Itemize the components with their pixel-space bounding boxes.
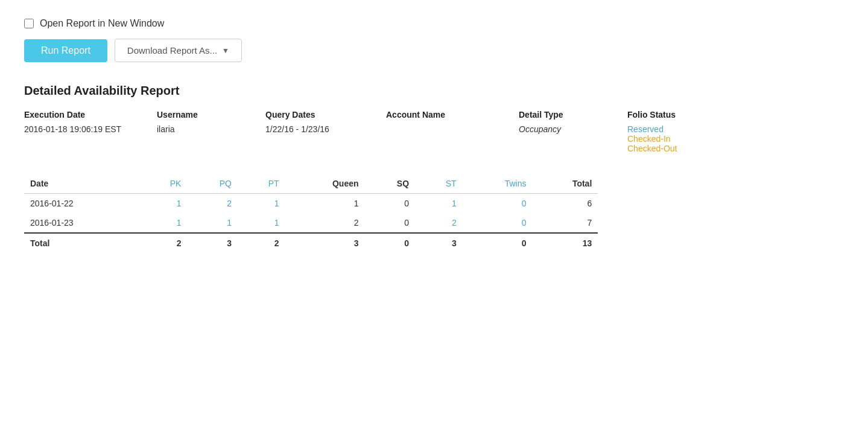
col-header-pk: PK bbox=[139, 174, 187, 194]
totals-st: 3 bbox=[415, 233, 463, 253]
col-header-total: Total bbox=[532, 174, 598, 194]
detail-type-value: Occupancy bbox=[519, 124, 627, 156]
totals-pq: 3 bbox=[187, 233, 238, 253]
col-header-pt: PT bbox=[238, 174, 285, 194]
folio-status-values: Reserved Checked-In Checked-Out bbox=[627, 124, 844, 156]
row1-pk: 1 bbox=[139, 194, 187, 214]
folio-status-checkedin: Checked-In bbox=[627, 134, 844, 144]
username-header: Username bbox=[157, 110, 265, 124]
col-header-date: Date bbox=[24, 174, 139, 194]
download-report-button[interactable]: Download Report As... ▼ bbox=[115, 39, 242, 62]
row1-date: 2016-01-22 bbox=[24, 194, 139, 214]
detail-type-header: Detail Type bbox=[519, 110, 627, 124]
col-header-queen: Queen bbox=[285, 174, 365, 194]
totals-sq: 0 bbox=[365, 233, 416, 253]
row1-queen: 1 bbox=[285, 194, 365, 214]
folio-status-reserved: Reserved bbox=[627, 124, 844, 134]
col-header-sq: SQ bbox=[365, 174, 416, 194]
download-arrow-icon: ▼ bbox=[222, 46, 229, 55]
folio-status-checkedout: Checked-Out bbox=[627, 144, 844, 153]
row2-total: 7 bbox=[532, 213, 598, 233]
open-new-window-checkbox[interactable] bbox=[24, 19, 34, 28]
row1-pt: 1 bbox=[238, 194, 285, 214]
checkbox-row: Open Report in New Window bbox=[24, 18, 844, 29]
account-name-header: Account Name bbox=[386, 110, 519, 124]
report-section: Detailed Availability Report Execution D… bbox=[24, 84, 844, 253]
download-report-label: Download Report As... bbox=[127, 45, 217, 56]
col-header-pq: PQ bbox=[187, 174, 238, 194]
col-header-st: ST bbox=[415, 174, 463, 194]
table-row: 2016-01-22 1 2 1 1 0 1 0 6 bbox=[24, 194, 598, 214]
row2-pt: 1 bbox=[238, 213, 285, 233]
row1-pq: 2 bbox=[187, 194, 238, 214]
totals-label: Total bbox=[24, 233, 139, 253]
row2-pq: 1 bbox=[187, 213, 238, 233]
query-dates-header: Query Dates bbox=[265, 110, 386, 124]
table-row: 2016-01-23 1 1 1 2 0 2 0 7 bbox=[24, 213, 598, 233]
open-new-window-label: Open Report in New Window bbox=[40, 18, 164, 29]
report-title: Detailed Availability Report bbox=[24, 84, 844, 98]
exec-date-header: Execution Date bbox=[24, 110, 157, 124]
col-header-twins: Twins bbox=[463, 174, 533, 194]
totals-queen: 3 bbox=[285, 233, 365, 253]
top-controls: Open Report in New Window Run Report Dow… bbox=[24, 18, 844, 62]
row2-pk: 1 bbox=[139, 213, 187, 233]
row2-twins: 0 bbox=[463, 213, 533, 233]
row2-st: 2 bbox=[415, 213, 463, 233]
row2-queen: 2 bbox=[285, 213, 365, 233]
row2-sq: 0 bbox=[365, 213, 416, 233]
row1-total: 6 bbox=[532, 194, 598, 214]
row2-date: 2016-01-23 bbox=[24, 213, 139, 233]
totals-pk: 2 bbox=[139, 233, 187, 253]
username-value: ilaria bbox=[157, 124, 265, 156]
folio-status-header: Folio Status bbox=[627, 110, 844, 124]
run-report-button[interactable]: Run Report bbox=[24, 39, 107, 62]
query-dates-value: 1/22/16 - 1/23/16 bbox=[265, 124, 386, 156]
row1-twins: 0 bbox=[463, 194, 533, 214]
totals-total: 13 bbox=[532, 233, 598, 253]
totals-twins: 0 bbox=[463, 233, 533, 253]
exec-date-value: 2016-01-18 19:06:19 EST bbox=[24, 124, 157, 156]
meta-table: Execution Date Username Query Dates Acco… bbox=[24, 110, 844, 156]
row1-sq: 0 bbox=[365, 194, 416, 214]
totals-pt: 2 bbox=[238, 233, 285, 253]
account-name-value bbox=[386, 124, 519, 156]
row1-st: 1 bbox=[415, 194, 463, 214]
totals-row: Total 2 3 2 3 0 3 0 13 bbox=[24, 233, 598, 253]
data-table: Date PK PQ PT Queen SQ ST Twins Total 20… bbox=[24, 174, 598, 253]
button-row: Run Report Download Report As... ▼ bbox=[24, 39, 844, 62]
